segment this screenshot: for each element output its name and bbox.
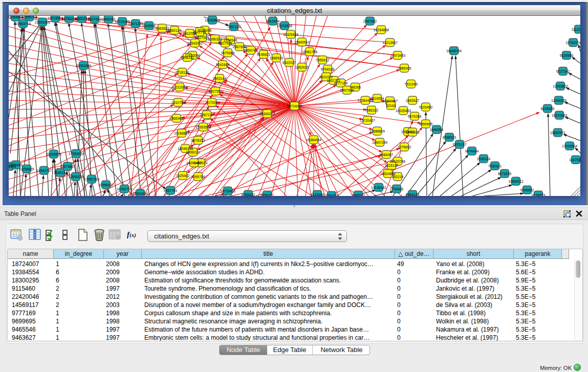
svg-text:9242848: 9242848 (216, 63, 230, 67)
svg-text:16782759: 16782759 (117, 187, 132, 191)
svg-text:10688609: 10688609 (369, 129, 385, 133)
svg-text:7986322: 7986322 (365, 108, 379, 112)
svg-text:7357224: 7357224 (227, 25, 241, 29)
svg-text:10958107: 10958107 (98, 183, 114, 187)
svg-text:7663822: 7663822 (156, 27, 169, 30)
svg-text:20955713: 20955713 (21, 16, 37, 19)
svg-text:9146821: 9146821 (257, 53, 271, 56)
svg-text:3675685: 3675685 (221, 51, 235, 55)
svg-text:15692971: 15692971 (550, 131, 565, 135)
svg-text:21364436: 21364436 (358, 99, 373, 102)
svg-text:10671355: 10671355 (128, 22, 143, 26)
svg-text:12923446: 12923446 (133, 192, 148, 195)
svg-text:13505135: 13505135 (68, 175, 83, 179)
svg-text:2935114: 2935114 (477, 157, 490, 161)
svg-text:18724007: 18724007 (287, 104, 302, 108)
svg-text:2367608: 2367608 (233, 45, 247, 49)
svg-text:7515526: 7515526 (142, 24, 156, 28)
svg-text:12444155: 12444155 (551, 99, 567, 102)
svg-text:1827509: 1827509 (195, 36, 209, 39)
svg-text:8654123: 8654123 (406, 193, 420, 196)
svg-text:1621022: 1621022 (319, 75, 333, 79)
svg-text:20053346: 20053346 (76, 64, 91, 68)
svg-text:1385061: 1385061 (9, 163, 23, 167)
svg-text:2803144: 2803144 (213, 77, 227, 80)
svg-text:12213363: 12213363 (172, 85, 187, 89)
svg-text:1167533: 1167533 (569, 158, 580, 162)
svg-text:1145194: 1145194 (54, 171, 67, 174)
svg-text:25300203: 25300203 (259, 112, 275, 116)
svg-text:1095754: 1095754 (191, 175, 205, 179)
svg-text:2087682: 2087682 (363, 19, 377, 23)
svg-text:12213967: 12213967 (382, 41, 398, 45)
svg-text:11325419: 11325419 (283, 33, 298, 36)
svg-text:6879197: 6879197 (453, 143, 467, 146)
svg-text:14099489: 14099489 (186, 161, 202, 165)
svg-text:1610755: 1610755 (171, 101, 185, 104)
svg-text:16210643: 16210643 (552, 114, 567, 117)
svg-text:7254321: 7254321 (325, 194, 339, 196)
svg-text:6497568: 6497568 (340, 89, 354, 92)
svg-text:2322751: 2322751 (193, 30, 207, 34)
svg-text:15640910: 15640910 (294, 40, 310, 44)
svg-text:8427552: 8427552 (209, 90, 223, 93)
svg-text:9115460: 9115460 (419, 105, 432, 109)
svg-text:11156829: 11156829 (19, 167, 34, 171)
svg-text:14136141: 14136141 (371, 186, 386, 189)
svg-text:18907249: 18907249 (372, 141, 387, 144)
svg-text:8813054: 8813054 (266, 19, 280, 23)
svg-text:15720407: 15720407 (360, 119, 375, 122)
svg-text:19166827: 19166827 (174, 132, 189, 135)
svg-text:16543362: 16543362 (187, 41, 203, 45)
svg-text:21691406: 21691406 (35, 20, 50, 24)
svg-text:10025453: 10025453 (396, 109, 411, 113)
svg-text:16154838: 16154838 (374, 28, 389, 32)
svg-text:9654321: 9654321 (260, 193, 274, 196)
svg-text:1075692: 1075692 (398, 145, 411, 149)
svg-text:11122745: 11122745 (571, 28, 580, 31)
svg-text:8186328: 8186328 (208, 37, 222, 41)
svg-text:9327508: 9327508 (219, 41, 232, 45)
svg-text:417004: 417004 (206, 101, 218, 104)
svg-text:1498222: 1498222 (186, 150, 200, 154)
svg-text:1527602: 1527602 (88, 17, 102, 21)
svg-text:7955812: 7955812 (316, 58, 330, 62)
svg-text:9329966: 9329966 (560, 54, 574, 57)
svg-text:1463627: 1463627 (406, 99, 420, 102)
svg-text:9474444: 9474444 (465, 149, 479, 153)
svg-text:17957253: 17957253 (84, 178, 99, 181)
svg-text:9899695: 9899695 (419, 122, 433, 126)
svg-text:9457791: 9457791 (164, 189, 178, 192)
svg-text:10853257: 10853257 (74, 17, 90, 20)
svg-text:1362615: 1362615 (295, 65, 309, 69)
svg-text:1965493: 1965493 (170, 117, 184, 120)
svg-text:9174523: 9174523 (532, 193, 546, 196)
svg-text:5322037: 5322037 (282, 61, 296, 64)
svg-text:8471676: 8471676 (498, 172, 512, 176)
svg-text:8860124: 8860124 (168, 29, 182, 32)
svg-text:9794028: 9794028 (321, 68, 335, 71)
svg-text:15353594: 15353594 (195, 125, 211, 129)
svg-text:1588520: 1588520 (270, 56, 284, 60)
svg-text:252214: 252214 (392, 175, 404, 179)
svg-text:1733426: 1733426 (390, 187, 404, 191)
svg-text:7511545: 7511545 (404, 82, 418, 86)
svg-text:13975867: 13975867 (60, 165, 75, 168)
svg-text:9084067: 9084067 (380, 153, 394, 157)
svg-text:1640954: 1640954 (430, 128, 444, 132)
svg-text:62160: 62160 (386, 104, 396, 107)
svg-text:9227342: 9227342 (556, 70, 570, 73)
svg-text:7625402: 7625402 (176, 174, 190, 178)
svg-text:19384554: 19384554 (306, 138, 321, 142)
svg-text:12093822: 12093822 (553, 84, 568, 88)
svg-text:10807487: 10807487 (382, 99, 398, 103)
svg-text:19218506: 19218506 (277, 24, 292, 28)
svg-text:6466160: 6466160 (102, 17, 116, 21)
svg-text:20553713: 20553713 (15, 22, 31, 26)
svg-text:15046738: 15046738 (178, 147, 193, 150)
svg-text:10973493: 10973493 (390, 54, 405, 57)
svg-text:8215955: 8215955 (541, 107, 555, 111)
svg-text:9345671: 9345671 (352, 193, 365, 196)
svg-text:16120746: 16120746 (390, 160, 405, 163)
svg-text:19013557: 19013557 (48, 16, 63, 20)
